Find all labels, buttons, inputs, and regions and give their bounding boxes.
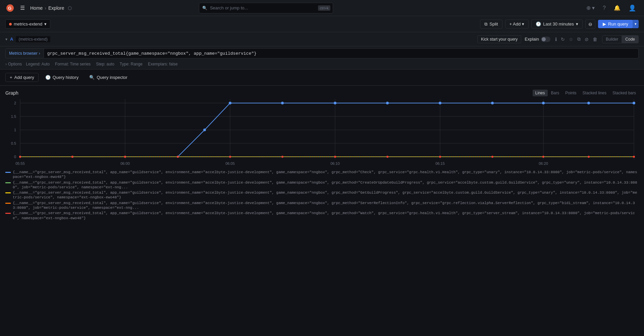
chart-dot-red	[633, 156, 635, 158]
code-tab[interactable]: Code	[622, 35, 639, 43]
legend-option: Legend: Auto	[26, 62, 50, 66]
query-history-icon: 🕒	[45, 75, 51, 80]
add-query-button[interactable]: + Add query	[5, 73, 39, 82]
datasource-selector[interactable]: metrics-extend ▾	[5, 19, 50, 29]
search-placeholder: Search or jump to...	[210, 5, 248, 10]
legend-item: {__name__="grpc_server_msg_received_tota…	[5, 180, 639, 190]
query-text-input[interactable]	[44, 48, 639, 58]
chart-dot-red	[588, 156, 590, 158]
breadcrumb-explore[interactable]: Explore	[48, 5, 64, 11]
svg-text:2: 2	[14, 101, 16, 105]
add-query-label: Add query	[14, 75, 34, 80]
share-button[interactable]: ⬡	[68, 5, 72, 11]
legend-text: {__name__="grpc_server_msg_received_tota…	[13, 190, 639, 200]
chart-dot	[587, 102, 590, 104]
split-button[interactable]: ⧉ Split	[480, 19, 502, 29]
top-navigation: G ☰ Home › Explore ⬡ 🔍 Search or jump to…	[0, 0, 644, 16]
svg-text:06:00: 06:00	[120, 161, 130, 165]
toggle-knob	[542, 37, 546, 41]
chart-dot	[334, 102, 336, 104]
legend-color-swatch	[5, 213, 11, 214]
metrics-input-row: Metrics browser ›	[0, 46, 644, 60]
query-label: A	[10, 37, 13, 42]
split-label: Split	[489, 21, 498, 27]
chart-dot	[439, 102, 441, 104]
query-inspector-label: Query inspector	[97, 75, 127, 80]
chart-dot	[229, 102, 231, 104]
breadcrumb-separator: ›	[45, 5, 46, 11]
stacked-bars-button[interactable]: Stacked bars	[610, 90, 639, 96]
query-disable-icon[interactable]: ⊘	[583, 35, 590, 43]
kick-start-button[interactable]: Kick start your query	[477, 35, 521, 43]
graph-title: Graph	[5, 90, 18, 96]
zoom-out-button[interactable]: ⊖	[585, 19, 595, 29]
svg-text:06:05: 06:05	[225, 161, 235, 165]
chart-dot	[633, 102, 635, 104]
breadcrumb-home[interactable]: Home	[30, 5, 43, 11]
hamburger-menu-button[interactable]: ☰	[19, 3, 26, 12]
notifications-button[interactable]: 🔔	[611, 3, 623, 12]
legend-color-swatch	[5, 182, 11, 183]
legend-text: {__name__="grpc_server_msg_received_tota…	[13, 180, 639, 190]
query-history-button[interactable]: 🕒 Query history	[41, 73, 83, 82]
chart-dot	[542, 102, 545, 104]
chart-svg: 2 1.5 1 0.5 0 05:55 06:00 06:05 06:10	[5, 99, 639, 166]
legend-text: {__name__="grpc_server_msg_received_tota…	[13, 170, 639, 180]
profile-button[interactable]: 👤	[626, 3, 639, 13]
bottom-buttons-bar: + Add query 🕒 Query history 🔍 Query insp…	[0, 69, 644, 86]
help-button[interactable]: ?	[600, 4, 608, 12]
graph-header: Graph Lines Bars Points Stacked lines St…	[5, 90, 639, 96]
legend-item: {__name__="grpc_server_msg_received_tota…	[5, 211, 639, 221]
chart-container: 2 1.5 1 0.5 0 05:55 06:00 06:05 06:10	[5, 99, 639, 167]
query-history-label: Query history	[53, 75, 78, 80]
add-button[interactable]: + Add ▾	[505, 19, 529, 29]
query-row-header: ▾ A (metrics-extend) Kick start your que…	[0, 32, 644, 46]
plus-menu-button[interactable]: ⊕ ▾	[584, 3, 597, 12]
chart-dot-red	[177, 156, 179, 158]
search-icon: 🔍	[202, 6, 207, 10]
builder-tab[interactable]: Builder	[602, 35, 622, 43]
metrics-browser-button[interactable]: Metrics browser ›	[5, 48, 44, 58]
legend-item: {__name__="grpc_server_msg_received_tota…	[5, 190, 639, 200]
options-row: › Options Legend: Auto Format: Time seri…	[0, 60, 644, 69]
chart-dot-red	[386, 156, 388, 158]
options-toggle[interactable]: › Options	[5, 62, 22, 66]
query-delete-icon[interactable]: 🗑	[591, 35, 599, 43]
run-query-dropdown-button[interactable]: ▾	[633, 20, 639, 28]
explain-toggle[interactable]	[541, 37, 550, 42]
query-refresh-icon[interactable]: ↻	[559, 35, 566, 43]
legend-color-swatch	[5, 203, 11, 204]
grafana-logo[interactable]: G	[5, 3, 15, 13]
time-range-label: Last 30 minutes	[543, 21, 574, 27]
query-inspector-button[interactable]: 🔍 Query inspector	[85, 73, 131, 82]
lines-button[interactable]: Lines	[533, 90, 548, 96]
chart-dot-red	[542, 156, 544, 158]
chart-dot-red	[71, 156, 73, 158]
search-input[interactable]: Search or jump to...	[199, 3, 333, 13]
chart-dot-red	[124, 156, 126, 158]
query-collapse-button[interactable]: ▾	[5, 37, 7, 42]
query-copy-icon[interactable]: ⧉	[576, 35, 582, 43]
add-chevron-icon: ▾	[522, 21, 524, 27]
run-query-button[interactable]: ▶ Run query	[598, 20, 633, 28]
options-items: Legend: Auto Format: Time series Step: a…	[26, 62, 177, 66]
legend-text: {__name__="grpc_server_msg_received_tota…	[13, 201, 639, 210]
chart-dot-red	[491, 156, 493, 158]
query-info-icon[interactable]: ℹ	[554, 35, 558, 43]
breadcrumb: Home › Explore ⬡	[30, 5, 72, 11]
stacked-lines-button[interactable]: Stacked lines	[580, 90, 609, 96]
query-star-icon[interactable]: ☆	[568, 35, 575, 43]
datasource-status-dot	[9, 23, 12, 26]
explain-row: Explain	[525, 37, 550, 42]
legend-item: {__name__="grpc_server_msg_received_tota…	[5, 170, 639, 180]
metrics-browser-label: Metrics browser	[9, 51, 38, 56]
svg-text:06:10: 06:10	[330, 161, 340, 165]
graph-type-buttons: Lines Bars Points Stacked lines Stacked …	[533, 90, 639, 96]
datasource-label: metrics-extend	[14, 21, 42, 27]
run-query-group: ▶ Run query ▾	[598, 20, 639, 28]
bars-button[interactable]: Bars	[548, 90, 562, 96]
time-range-button[interactable]: 🕐 Last 30 minutes ▾	[531, 19, 583, 29]
toolbar-right-actions: ⧉ Split + Add ▾ 🕐 Last 30 minutes ▾ ⊖ ▶ …	[480, 19, 639, 29]
points-button[interactable]: Points	[562, 90, 579, 96]
add-query-plus-icon: +	[10, 75, 12, 80]
